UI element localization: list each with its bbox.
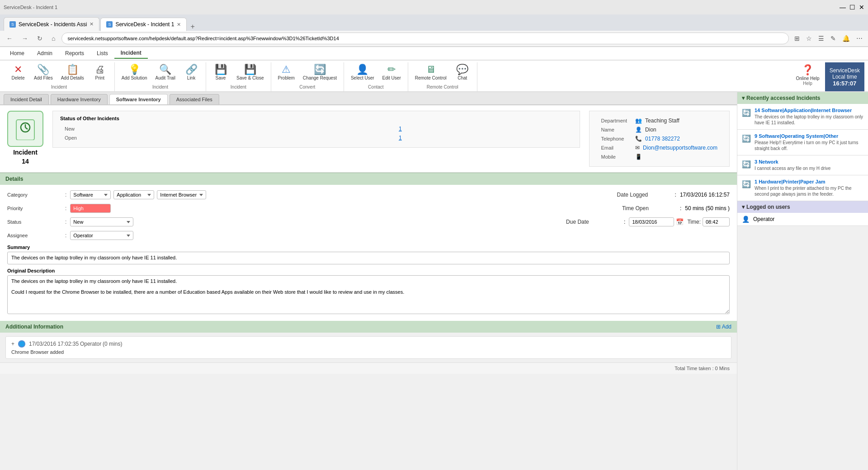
- category-row: Category : Software Application Internet…: [7, 190, 730, 199]
- nav-lists[interactable]: Lists: [90, 48, 114, 58]
- recent-incidents-label: Recently accessed Incidents: [746, 95, 820, 101]
- priority-controls: High: [70, 204, 514, 213]
- ribbon-group-convert: ⚠ Problem 🔄 Change Request Convert: [271, 62, 344, 91]
- tab-incident-detail[interactable]: Incident Detail: [4, 94, 49, 104]
- recent-content-9: 9 Software|Operating System|Other Please…: [755, 133, 863, 151]
- bookmark-icon[interactable]: ☆: [804, 34, 814, 43]
- status-row-new: New 1: [61, 125, 571, 133]
- browser-tab-2[interactable]: S ServiceDesk - Incident 1 ✕: [100, 18, 187, 31]
- category-label: Category: [7, 192, 61, 197]
- recent-icon-9: 🔄: [742, 134, 751, 151]
- category-software-select[interactable]: Software: [70, 190, 111, 199]
- remote-control-button[interactable]: 🖥 Remote Control: [412, 62, 450, 83]
- calendar-icon[interactable]: 📅: [676, 218, 684, 226]
- maximize-button[interactable]: ☐: [849, 4, 855, 11]
- edit-icon[interactable]: ✎: [829, 34, 838, 43]
- status-count-new[interactable]: 1: [399, 126, 402, 132]
- recent-item-1[interactable]: 🔄 1 Hardware|Printer|Paper Jam When I pr…: [737, 175, 868, 201]
- refresh-button[interactable]: ↻: [34, 34, 45, 43]
- summary-section: Summary The devices on the laptop trolle…: [7, 244, 730, 264]
- delete-button[interactable]: ✕ Delete: [7, 62, 29, 83]
- help-icon: ❓: [802, 64, 814, 76]
- tab2-close[interactable]: ✕: [177, 22, 181, 28]
- recent-item-14[interactable]: 🔄 14 Software|Application|Internet Brows…: [737, 104, 868, 130]
- ribbon-help[interactable]: ❓ Online Help Help: [792, 62, 823, 91]
- ribbon-group-audit-label: Incident: [118, 84, 202, 91]
- recent-content-3: 3 Network I cannot access any file on my…: [755, 159, 863, 171]
- incident-number: 14: [22, 158, 29, 165]
- logged-on-header[interactable]: ▾ Logged on users: [737, 201, 868, 213]
- original-desc-textarea[interactable]: The devices on the laptop trolley in my …: [7, 275, 730, 314]
- save-close-button[interactable]: 💾 Save & Close: [233, 62, 267, 83]
- assignee-label: Assignee: [7, 233, 61, 238]
- address-input[interactable]: [61, 33, 789, 44]
- problem-button[interactable]: ⚠ Problem: [275, 62, 298, 83]
- tel-link[interactable]: 01778 382272: [645, 136, 680, 142]
- tab-hardware-inventory[interactable]: Hardware Inventory: [51, 94, 108, 104]
- minimize-button[interactable]: —: [840, 4, 846, 11]
- ribbon-group-convert-label: Convert: [275, 84, 340, 91]
- add-solution-button[interactable]: 💡 Add Solution: [118, 62, 151, 83]
- change-request-label: Change Request: [303, 75, 337, 80]
- forward-button[interactable]: →: [19, 34, 31, 43]
- activities-list: + 🌐 17/03/2016 17:02:35 Operator (0 mins…: [0, 336, 737, 359]
- tab1-favicon: S: [9, 21, 16, 28]
- add-details-button[interactable]: 📋 Add Details: [58, 62, 87, 83]
- recent-item-9[interactable]: 🔄 9 Software|Operating System|Other Plea…: [737, 130, 868, 155]
- window-controls[interactable]: — ☐ ✕: [840, 4, 864, 11]
- select-user-button[interactable]: 👤 Select User: [348, 62, 377, 83]
- category-browser-select[interactable]: Internet Browser: [157, 190, 206, 199]
- back-button[interactable]: ←: [4, 34, 15, 43]
- change-request-button[interactable]: 🔄 Change Request: [300, 62, 340, 83]
- browser-tab-1[interactable]: S ServiceDesk - Incidents Assi ✕: [4, 17, 99, 31]
- activity-meta-1: 17/03/2016 17:02:35 Operator (0 mins): [29, 341, 122, 347]
- ribbon-time-value: 16:57:07: [833, 80, 856, 87]
- nav-admin[interactable]: Admin: [31, 48, 59, 58]
- notifications-icon[interactable]: 🔔: [840, 34, 852, 43]
- tab1-label: ServiceDesk - Incidents Assi: [19, 21, 87, 28]
- due-date-input[interactable]: [629, 217, 674, 226]
- tab-associated-files[interactable]: Associated Files: [170, 94, 219, 104]
- nav-reports[interactable]: Reports: [59, 48, 90, 58]
- tab1-close[interactable]: ✕: [90, 21, 94, 27]
- category-application-select[interactable]: Application: [113, 190, 154, 199]
- save-button[interactable]: 💾 Save: [210, 62, 231, 83]
- tab-software-inventory[interactable]: Software Inventory: [109, 94, 168, 104]
- ribbon-group-incident-label: Incident: [7, 84, 111, 91]
- ribbon-group-contact: 👤 Select User ✏ Edit User Contact: [344, 62, 408, 91]
- add-info-button[interactable]: ⊞ Add: [716, 324, 731, 330]
- expand-icon[interactable]: +: [11, 341, 14, 347]
- recent-item-3[interactable]: 🔄 3 Network I cannot access any file on …: [737, 155, 868, 175]
- details-section-header: Details: [0, 173, 737, 185]
- recent-incidents-header[interactable]: ▾ Recently accessed Incidents: [737, 92, 868, 104]
- category-colon: :: [65, 192, 66, 198]
- email-link[interactable]: Dion@netsupportsoftware.com: [643, 145, 717, 151]
- split-view-icon[interactable]: ⊞: [793, 34, 802, 43]
- chat-button[interactable]: 💬 Chat: [452, 62, 473, 83]
- new-tab-button[interactable]: +: [188, 23, 197, 31]
- ribbon-group-contact-label: Contact: [348, 84, 404, 91]
- priority-select[interactable]: High: [70, 204, 111, 213]
- dept-value: 👥 Teaching Staff: [632, 117, 721, 125]
- status-select[interactable]: New: [70, 217, 133, 226]
- menu-icon[interactable]: ☰: [816, 34, 826, 43]
- nav-incident[interactable]: Incident: [114, 48, 148, 59]
- edit-user-button[interactable]: ✏ Edit User: [379, 62, 404, 83]
- close-button[interactable]: ✕: [859, 4, 864, 11]
- assignee-select[interactable]: Operator: [70, 231, 133, 240]
- add-files-button[interactable]: 📎 Add Files: [31, 62, 56, 83]
- nav-home[interactable]: Home: [4, 48, 31, 58]
- more-icon[interactable]: ⋯: [854, 34, 864, 43]
- delete-label: Delete: [12, 75, 25, 80]
- content-tabs: Incident Detail Hardware Inventory Softw…: [0, 92, 737, 105]
- home-button[interactable]: ⌂: [49, 34, 58, 43]
- title-text: ServiceDesk - Incident 1: [4, 5, 57, 10]
- status-count-open[interactable]: 1: [399, 135, 402, 141]
- audit-trail-button[interactable]: 🔍 Audit Trail: [152, 62, 179, 83]
- priority-label: Priority: [7, 206, 61, 211]
- status-label-new: New: [61, 125, 394, 133]
- tab-bar: S ServiceDesk - Incidents Assi ✕ S Servi…: [0, 14, 868, 31]
- print-button[interactable]: 🖨 Print: [89, 62, 111, 83]
- due-time-input[interactable]: [703, 217, 730, 226]
- link-button[interactable]: 🔗 Link: [180, 62, 202, 83]
